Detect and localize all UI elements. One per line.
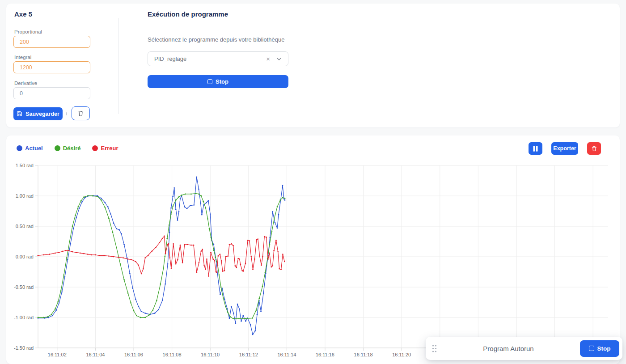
- svg-text:16:11:08: 16:11:08: [163, 352, 182, 357]
- save-button[interactable]: Sauvegarder: [13, 107, 63, 120]
- legend-label-actuel: Actuel: [25, 145, 43, 152]
- program-select[interactable]: PID_reglage ×: [148, 51, 288, 66]
- proportional-label: Proportional: [14, 29, 42, 34]
- trash-icon: [77, 110, 84, 117]
- svg-text:0.50 rad: 0.50 rad: [16, 224, 34, 229]
- floppy-icon: [17, 111, 22, 117]
- pause-icon: [533, 146, 538, 152]
- pid-response-chart: 1.50 rad1.00 rad0.50 rad0.00 rad-0.50 ra…: [6, 135, 620, 364]
- svg-text:16:11:18: 16:11:18: [354, 352, 373, 357]
- svg-text:16:11:06: 16:11:06: [124, 352, 143, 357]
- axis-title: Axe 5: [14, 10, 32, 18]
- program-execution-title: Exécution de programme: [148, 10, 228, 18]
- export-button-label: Exporter: [553, 145, 576, 152]
- legend-dot-desire: [55, 145, 60, 151]
- svg-text:-1.00 rad: -1.00 rad: [14, 315, 34, 320]
- derivative-input[interactable]: [13, 87, 90, 99]
- svg-text:16:11:14: 16:11:14: [277, 352, 296, 357]
- svg-text:16:11:20: 16:11:20: [392, 352, 411, 357]
- stop-square-icon: [589, 346, 594, 351]
- program-stop-button[interactable]: Stop: [148, 75, 288, 88]
- autorun-bar: Program Autorun Stop: [426, 337, 622, 360]
- svg-text:1.50 rad: 1.50 rad: [16, 163, 34, 168]
- svg-text:-1.50 rad: -1.50 rad: [14, 345, 34, 351]
- legend-item-actuel[interactable]: Actuel: [17, 145, 43, 152]
- chart-toolbar: Exporter: [529, 142, 601, 155]
- svg-text:16:11:10: 16:11:10: [201, 352, 220, 357]
- svg-text:-0.50 rad: -0.50 rad: [14, 284, 34, 290]
- export-button[interactable]: Exporter: [551, 142, 578, 155]
- program-select-hint: Sélectionnez le programme depuis votre b…: [148, 36, 284, 43]
- clear-icon[interactable]: ×: [266, 55, 270, 63]
- legend-item-desire[interactable]: Désiré: [55, 145, 81, 152]
- program-select-value: PID_reglage: [154, 55, 266, 62]
- chevron-down-icon[interactable]: [276, 56, 282, 62]
- legend-dot-erreur: [92, 145, 98, 151]
- legend-item-erreur[interactable]: Erreur: [92, 145, 118, 152]
- save-button-label: Sauvegarder: [25, 111, 59, 117]
- trash-icon: [591, 145, 597, 152]
- button-separator: [66, 112, 67, 115]
- chart-card: 1.50 rad1.00 rad0.50 rad0.00 rad-0.50 ra…: [6, 135, 620, 364]
- legend-label-desire: Désiré: [63, 145, 81, 152]
- delete-gains-button[interactable]: [72, 106, 90, 120]
- program-stop-label: Stop: [216, 78, 228, 85]
- pause-button[interactable]: [529, 142, 542, 155]
- legend-label-erreur: Erreur: [101, 145, 118, 152]
- svg-text:1.00 rad: 1.00 rad: [16, 193, 34, 199]
- chart-legend: Actuel Désiré Erreur: [17, 145, 118, 152]
- integral-input[interactable]: [13, 61, 90, 73]
- autorun-stop-button[interactable]: Stop: [580, 340, 619, 357]
- svg-text:16:11:02: 16:11:02: [48, 352, 67, 357]
- svg-text:16:11:16: 16:11:16: [316, 352, 334, 357]
- autorun-title: Program Autorun: [437, 345, 580, 352]
- clear-chart-button[interactable]: [587, 142, 601, 155]
- vertical-divider: [118, 18, 119, 114]
- integral-label: Integral: [14, 55, 31, 60]
- autorun-stop-label: Stop: [597, 345, 611, 352]
- pid-program-card: Axe 5 Proportional Integral Derivative S…: [6, 4, 620, 127]
- svg-text:0.00 rad: 0.00 rad: [16, 254, 34, 259]
- stop-square-icon: [207, 79, 212, 84]
- derivative-label: Derivative: [14, 80, 37, 86]
- proportional-input[interactable]: [13, 36, 90, 48]
- legend-dot-actuel: [17, 145, 22, 151]
- svg-text:16:11:12: 16:11:12: [239, 352, 258, 357]
- svg-text:16:11:04: 16:11:04: [86, 352, 105, 357]
- drag-handle[interactable]: [432, 344, 437, 353]
